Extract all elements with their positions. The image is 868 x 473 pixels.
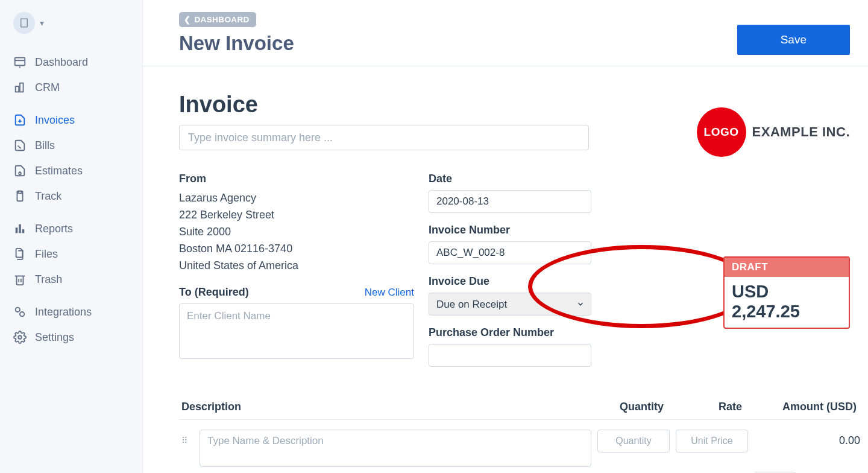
client-name-input[interactable]: [179, 303, 414, 359]
sidebar-item-label: Reports: [35, 223, 73, 235]
sidebar-item-label: Settings: [35, 331, 74, 344]
sidebar-item-track[interactable]: Track: [0, 183, 142, 209]
reports-icon: [13, 222, 27, 235]
sidebar-item-label: Bills: [35, 139, 55, 152]
col-quantity: Quantity: [591, 401, 664, 413]
sidebar-item-label: Track: [35, 190, 61, 203]
svg-point-14: [19, 173, 21, 175]
topbar: ❮ DASHBOARD New Invoice Save: [143, 0, 868, 66]
company-logo[interactable]: LOGO EXAMPLE INC.: [697, 107, 850, 157]
sidebar-item-label: Trash: [35, 273, 62, 286]
draft-total-box: DRAFT USD 2,247.25: [723, 256, 850, 329]
sidebar-item-reports[interactable]: Reports: [0, 216, 142, 241]
integrations-icon: [13, 305, 27, 319]
items-header-row: Description Quantity Rate Amount (USD): [179, 401, 850, 420]
sidebar-item-label: Dashboard: [35, 56, 88, 69]
company-name: EXAMPLE INC.: [752, 124, 850, 140]
svg-rect-17: [16, 227, 18, 233]
invoice-total: USD 2,247.25: [725, 277, 849, 328]
sidebar-item-dashboard[interactable]: Dashboard: [0, 49, 142, 75]
sidebar-item-trash[interactable]: Trash: [0, 267, 142, 292]
line-description-input[interactable]: [200, 430, 591, 467]
col-amount: Amount (USD): [748, 401, 857, 413]
from-address: Lazarus Agency 222 Berkeley Street Suite…: [179, 190, 414, 274]
sidebar-item-label: Estimates: [35, 165, 83, 177]
sidebar-item-label: Invoices: [35, 114, 75, 127]
logo-badge: LOGO: [697, 107, 746, 157]
invoice-number-label: Invoice Number: [429, 224, 591, 237]
to-label: To (Required): [179, 286, 249, 299]
breadcrumb-back[interactable]: ❮ DASHBOARD: [179, 12, 256, 27]
line-quantity-input[interactable]: [597, 430, 670, 452]
invoice-summary-input[interactable]: [179, 125, 589, 150]
invoices-icon: [13, 113, 27, 127]
sidebar-item-integrations[interactable]: Integrations: [0, 299, 142, 325]
svg-rect-19: [22, 229, 25, 233]
line-rate-input[interactable]: [676, 430, 748, 452]
main-panel: ❮ DASHBOARD New Invoice Save Invoice LOG…: [143, 0, 868, 473]
bills-icon: [13, 139, 27, 152]
org-switcher[interactable]: ▾: [0, 12, 142, 47]
sidebar-item-estimates[interactable]: Estimates: [0, 158, 142, 183]
drag-handle-icon[interactable]: ⠿: [181, 430, 193, 445]
breadcrumb-label: DASHBOARD: [194, 15, 249, 24]
sidebar-item-label: Integrations: [35, 306, 92, 319]
sidebar-item-settings[interactable]: Settings: [0, 325, 142, 350]
line-item-row: ⠿ 0.00 ▼: [179, 420, 850, 467]
col-rate: Rate: [670, 401, 742, 413]
invoice-number-input[interactable]: [429, 241, 591, 264]
dashboard-icon: [13, 56, 27, 69]
building-icon: [13, 12, 35, 34]
svg-rect-7: [15, 58, 25, 66]
from-label: From: [179, 173, 414, 185]
crm-icon: [13, 81, 27, 94]
status-badge: DRAFT: [725, 258, 849, 277]
sidebar-item-label: Files: [35, 248, 58, 261]
po-number-label: Purchase Order Number: [429, 326, 591, 339]
svg-point-22: [16, 308, 20, 312]
sidebar-item-files[interactable]: Files: [0, 241, 142, 267]
chevron-down-icon: ▾: [40, 18, 44, 28]
files-icon: [13, 247, 27, 261]
sidebar-item-crm[interactable]: CRM: [0, 75, 142, 100]
po-number-input[interactable]: [429, 344, 591, 367]
svg-point-24: [18, 335, 22, 339]
invoice-due-select[interactable]: Due on Receipt: [429, 293, 591, 316]
sidebar: ▾ Dashboard CRM Invoices: [0, 0, 143, 473]
date-label: Date: [429, 173, 591, 185]
trash-icon: [13, 273, 27, 286]
save-button[interactable]: Save: [737, 25, 850, 55]
new-client-link[interactable]: New Client: [365, 287, 414, 299]
invoice-due-label: Invoice Due: [429, 275, 591, 288]
svg-rect-16: [18, 191, 22, 194]
svg-rect-11: [20, 83, 24, 92]
estimates-icon: [13, 164, 27, 177]
svg-rect-0: [21, 19, 28, 27]
col-description: Description: [181, 401, 585, 413]
svg-rect-10: [16, 86, 19, 92]
sidebar-item-label: CRM: [35, 81, 60, 94]
svg-point-23: [20, 312, 24, 316]
track-icon: [13, 189, 27, 203]
page-title: New Invoice: [179, 32, 294, 55]
chevron-left-icon: ❮: [184, 15, 190, 24]
line-amount: 0.00: [754, 430, 863, 447]
settings-icon: [13, 331, 27, 344]
svg-rect-18: [19, 224, 21, 233]
sidebar-item-bills[interactable]: Bills: [0, 133, 142, 158]
sidebar-item-invoices[interactable]: Invoices: [0, 107, 142, 133]
invoice-heading: Invoice: [179, 92, 589, 118]
date-input[interactable]: [429, 190, 591, 213]
